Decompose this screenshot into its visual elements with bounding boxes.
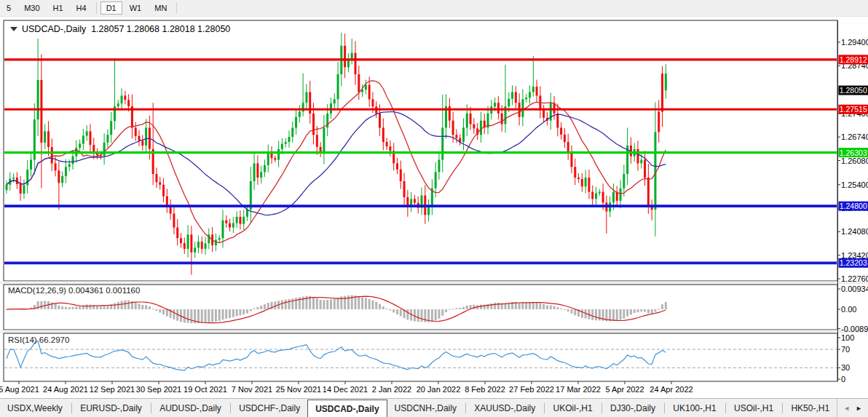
svg-text:20 Jan 2022: 20 Jan 2022 (417, 385, 461, 394)
svg-text:1.22760: 1.22760 (841, 274, 868, 283)
svg-text:1.28050: 1.28050 (840, 86, 867, 95)
svg-text:-0.008902: -0.008902 (841, 325, 868, 333)
tab-audusd-daily[interactable]: AUDUSD-,Daily (152, 399, 229, 417)
tab-xauusd-daily[interactable]: XAUUSD-,Daily (467, 399, 542, 417)
svg-text:7 Nov 2021: 7 Nov 2021 (232, 385, 272, 394)
svg-text:2 Jan 2022: 2 Jan 2022 (372, 385, 411, 394)
tab-hk50-h1[interactable]: HK50-,H1 (784, 399, 837, 417)
svg-text:1.24800: 1.24800 (840, 202, 867, 210)
svg-text:1.26080: 1.26080 (841, 156, 868, 165)
svg-text:0.00: 0.00 (841, 305, 856, 314)
svg-text:1.23203: 1.23203 (840, 258, 867, 267)
current-price-badge: 1.28050 (839, 86, 868, 95)
mt4-window: { "toolbar": { "timeframes": ["5", "M30"… (0, 0, 868, 417)
svg-text:17 Mar 2022: 17 Mar 2022 (556, 385, 601, 394)
price-level-badge: 1.23203 (839, 258, 868, 268)
tab-eurusd-daily[interactable]: EURUSD-,Daily (73, 399, 149, 417)
svg-text:8 Feb 2022: 8 Feb 2022 (465, 385, 505, 394)
tab-scroll-left-icon[interactable]: ◄ (843, 405, 850, 412)
tab-scroll-right-icon[interactable]: ► (856, 405, 862, 412)
price-axis: 1.294001.287401.280701.274001.267401.260… (837, 38, 868, 283)
tab-scroll-arrows: ◄ ► (837, 399, 868, 417)
price-level-badge: 1.27515 (839, 105, 868, 114)
svg-text:12 Sep 2021: 12 Sep 2021 (90, 385, 135, 394)
tab-usoil-h1[interactable]: USOil-,H1 (727, 399, 781, 417)
svg-text:70: 70 (841, 345, 850, 354)
panel-chrome (0, 20, 868, 381)
svg-text:1.28912: 1.28912 (840, 55, 867, 64)
macd-indicator-label: MACD(12,26,9) 0.004361 0.001160 (8, 286, 140, 295)
tab-ukoil-h1[interactable]: UKOil-,H1 (546, 399, 600, 417)
svg-text:19 Oct 2021: 19 Oct 2021 (184, 385, 227, 394)
svg-text:1.26303: 1.26303 (840, 148, 867, 157)
chart-area[interactable]: 1.294001.287401.280701.274001.267401.260… (0, 0, 868, 398)
svg-text:1.27515: 1.27515 (840, 105, 867, 114)
date-axis: 5 Aug 202124 Aug 202112 Sep 202130 Sep 2… (0, 381, 693, 394)
svg-text:1.26740: 1.26740 (841, 132, 868, 141)
svg-text:1.25400: 1.25400 (841, 180, 868, 189)
price-level-badge: 1.26303 (839, 148, 868, 157)
tab-usdx-weekly[interactable]: USDX,Weekly (0, 399, 70, 417)
svg-text:100: 100 (841, 333, 854, 342)
chart-title-ohlc: USDCAD-,Daily 1.28057 1.28068 1.28018 1.… (22, 24, 230, 34)
svg-text:27 Feb 2022: 27 Feb 2022 (509, 385, 554, 394)
svg-text:30: 30 (841, 363, 850, 372)
rsi-axis: 10070300 (837, 333, 854, 384)
svg-text:14 Dec 2021: 14 Dec 2021 (323, 385, 368, 394)
svg-text:0.009345: 0.009345 (841, 285, 868, 293)
tab-usdchf-daily[interactable]: USDCHF-,Daily (232, 399, 307, 417)
svg-text:0: 0 (841, 375, 845, 384)
tab-usdcnh-daily[interactable]: USDCNH-,Daily (387, 399, 464, 417)
price-level-badge: 1.28912 (839, 55, 868, 64)
svg-text:24 Aug 2021: 24 Aug 2021 (43, 385, 88, 394)
chart-tab-bar: USDX,Weekly EURUSD-,Daily AUDUSD-,Daily … (0, 398, 868, 417)
svg-text:25 Nov 2021: 25 Nov 2021 (276, 385, 321, 394)
svg-text:30 Sep 2021: 30 Sep 2021 (136, 385, 181, 394)
tab-dj30-daily[interactable]: DJ30-,Daily (603, 399, 663, 417)
svg-text:24 Apr 2022: 24 Apr 2022 (650, 385, 693, 394)
svg-text:1.29400: 1.29400 (841, 38, 868, 47)
tab-usdcad-daily[interactable]: USDCAD-,Daily (307, 400, 387, 417)
svg-text:5 Apr 2022: 5 Apr 2022 (605, 385, 644, 394)
svg-text:5 Aug 2021: 5 Aug 2021 (0, 385, 39, 394)
svg-text:1.24080: 1.24080 (841, 227, 868, 236)
macd-axis: 0.0093450.00-0.008902 (837, 285, 868, 333)
price-level-badge: 1.24800 (839, 202, 868, 211)
tab-uk100-h1[interactable]: UK100-,H1 (666, 399, 723, 417)
rsi-indicator-label: RSI(14) 66.2970 (8, 335, 69, 344)
